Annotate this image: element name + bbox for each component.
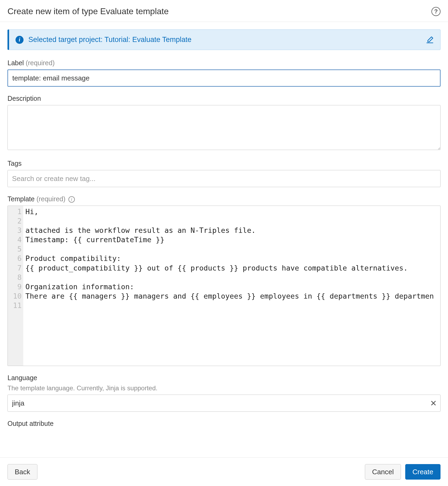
dialog-body: i Selected target project: Tutorial: Eva…: [0, 22, 448, 457]
label-text: Label: [7, 59, 24, 67]
line-number-gutter: 1234567891011: [8, 206, 23, 366]
description-title: Description: [7, 95, 441, 102]
info-banner: i Selected target project: Tutorial: Eva…: [7, 29, 441, 50]
info-banner-message: Selected target project: Tutorial: Evalu…: [28, 36, 421, 44]
language-help: The template language. Currently, Jinja …: [7, 384, 441, 392]
dialog-create-evaluate-template: Create new item of type Evaluate templat…: [0, 0, 448, 486]
language-select-wrap: ✕: [7, 395, 441, 412]
template-label-text: Template: [7, 195, 34, 203]
language-title: Language: [7, 374, 441, 382]
dialog-title: Create new item of type Evaluate templat…: [7, 6, 169, 16]
field-label: Label (required): [7, 59, 441, 87]
dialog-header: Create new item of type Evaluate templat…: [0, 0, 448, 22]
label-input[interactable]: [7, 70, 441, 87]
create-button[interactable]: Create: [405, 464, 441, 480]
code-content[interactable]: Hi, attached is the workflow result as a…: [23, 206, 440, 366]
help-icon[interactable]: ?: [431, 7, 441, 16]
footer-right: Cancel Create: [365, 464, 441, 480]
info-icon[interactable]: i: [68, 196, 75, 203]
field-template: Template (required) i 1234567891011 Hi, …: [7, 195, 441, 366]
tags-title: Tags: [7, 160, 441, 167]
language-input[interactable]: [7, 395, 441, 412]
dialog-footer: Back Cancel Create: [0, 457, 448, 486]
clear-icon[interactable]: ✕: [430, 399, 437, 408]
field-description: Description: [7, 95, 441, 152]
template-required-hint: (required): [36, 195, 65, 203]
edit-target-project-button[interactable]: [426, 36, 434, 44]
info-icon: i: [16, 36, 24, 44]
description-input[interactable]: [7, 105, 441, 150]
field-label-title: Label (required): [7, 59, 441, 67]
label-required-hint: (required): [26, 59, 55, 67]
field-tags: Tags: [7, 160, 441, 187]
back-button[interactable]: Back: [7, 464, 37, 480]
tags-input[interactable]: [7, 170, 441, 187]
cancel-button[interactable]: Cancel: [365, 464, 401, 480]
template-title: Template (required) i: [7, 195, 441, 203]
output-attribute-title: Output attribute: [7, 420, 441, 427]
field-language: Language The template language. Currentl…: [7, 374, 441, 412]
template-code-editor[interactable]: 1234567891011 Hi, attached is the workfl…: [7, 206, 441, 366]
